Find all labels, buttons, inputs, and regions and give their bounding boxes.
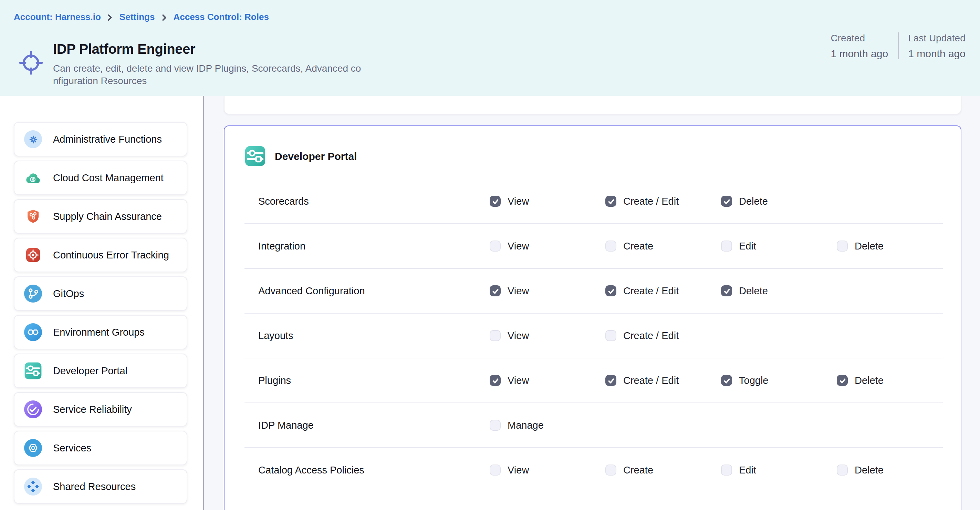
checkbox-edit[interactable] <box>721 464 732 475</box>
checkbox-label: Delete <box>739 196 768 207</box>
checkbox-delete[interactable] <box>837 464 848 475</box>
permission-cell: View <box>490 285 605 296</box>
checkbox-delete[interactable] <box>837 241 848 252</box>
sidebar-item-developer-portal[interactable]: Developer Portal <box>14 354 187 388</box>
service-hexagon-icon <box>24 439 42 457</box>
checkbox-manage[interactable] <box>490 420 501 431</box>
checkbox-view[interactable] <box>490 330 501 341</box>
crosshair-target-icon <box>17 49 45 76</box>
sidebar-item-label: Environment Groups <box>53 327 145 338</box>
breadcrumb-settings-link[interactable]: Settings <box>119 12 155 22</box>
checkbox-label: Edit <box>739 241 756 252</box>
checkbox-view[interactable] <box>490 196 501 207</box>
checkbox-view[interactable] <box>490 375 501 386</box>
permission-cell: Create / Edit <box>605 196 721 207</box>
chevron-right-icon <box>161 14 167 20</box>
role-page-header: Account: Harness.io Settings Access Cont… <box>0 0 980 96</box>
permission-row-label: Layouts <box>258 330 490 341</box>
checkbox-label: View <box>508 464 529 475</box>
checkbox-create-edit[interactable] <box>605 375 616 386</box>
developer-portal-sliders-icon <box>245 145 266 167</box>
cloud-dollar-icon: $ <box>24 169 42 187</box>
permission-cell: View <box>490 196 605 207</box>
sidebar-item-services[interactable]: Services <box>14 431 187 465</box>
sidebar-item-label: GitOps <box>53 288 84 299</box>
permission-cell: Edit <box>721 241 837 252</box>
sidebar-item-label: Supply Chain Assurance <box>53 211 162 222</box>
permission-cell: Delete <box>721 285 837 296</box>
checkbox-create-edit[interactable] <box>605 196 616 207</box>
breadcrumb-account-link[interactable]: Account: Harness.io <box>14 12 101 22</box>
checkbox-edit[interactable] <box>721 241 732 252</box>
checkbox-create[interactable] <box>605 241 616 252</box>
created-value: 1 month ago <box>830 48 888 59</box>
gear-icon <box>24 130 42 148</box>
sidebar-item-administrative-functions[interactable]: Administrative Functions <box>14 122 187 156</box>
permission-row-label: Advanced Configuration <box>258 285 490 296</box>
checkbox-label: View <box>508 375 529 386</box>
checkbox-label: Manage <box>508 420 544 431</box>
permission-row-scorecards: Scorecards View Create / Edit Delete <box>224 179 961 223</box>
checkbox-delete[interactable] <box>721 285 732 296</box>
sidebar-item-label: Services <box>53 443 91 454</box>
previous-section-card-bottom <box>224 96 961 115</box>
sidebar-item-continuous-error-tracking[interactable]: Continuous Error Tracking <box>14 238 187 272</box>
checkbox-create-edit[interactable] <box>605 330 616 341</box>
checkbox-create[interactable] <box>605 464 616 475</box>
checkbox-delete[interactable] <box>837 375 848 386</box>
permission-row-label: IDP Manage <box>258 420 490 431</box>
sidebar-item-label: Administrative Functions <box>53 134 162 145</box>
checkbox-view[interactable] <box>490 464 501 475</box>
sidebar-item-label: Service Reliability <box>53 404 132 415</box>
breadcrumb: Account: Harness.io Settings Access Cont… <box>14 12 269 22</box>
checkbox-view[interactable] <box>490 285 501 296</box>
permission-cell: Delete <box>837 464 953 475</box>
checkbox-label: Create <box>623 241 653 252</box>
sidebar-item-supply-chain-assurance[interactable]: Supply Chain Assurance <box>14 199 187 234</box>
developer-portal-sliders-icon <box>24 362 42 380</box>
created-label: Created <box>830 32 888 43</box>
permission-cell: Toggle <box>721 375 837 386</box>
checkbox-label: Delete <box>739 285 768 296</box>
breadcrumb-roles-link[interactable]: Access Control: Roles <box>173 12 269 22</box>
page-title: IDP Platform Engineer <box>53 41 195 57</box>
checkbox-label: Delete <box>855 375 884 386</box>
checkbox-label: Create / Edit <box>623 375 679 386</box>
sidebar-item-service-reliability[interactable]: Service Reliability <box>14 392 187 427</box>
sidebar-item-label: Developer Portal <box>53 365 127 376</box>
checkbox-label: Create / Edit <box>623 196 679 207</box>
created-meta: Created 1 month ago <box>830 32 888 59</box>
chevron-right-icon <box>107 14 113 20</box>
checkbox-label: Edit <box>739 464 756 475</box>
shield-network-icon <box>24 207 42 225</box>
checkbox-delete[interactable] <box>721 196 732 207</box>
permission-cell: Delete <box>837 375 953 386</box>
checkbox-label: View <box>508 330 529 341</box>
content-area: Administrative Functions $ Cloud Cost Ma… <box>0 96 980 510</box>
permission-row-idp-manage: IDP Manage Manage <box>224 403 961 447</box>
sidebar-item-cloud-cost-management[interactable]: $ Cloud Cost Management <box>14 161 187 195</box>
sidebar-item-label: Shared Resources <box>53 481 136 492</box>
permission-row-label: Catalog Access Policies <box>258 464 490 475</box>
sidebar-item-shared-resources[interactable]: Shared Resources <box>14 469 187 504</box>
permission-cell: Create / Edit <box>605 285 721 296</box>
checkbox-label: Toggle <box>739 375 768 386</box>
permission-cell: Create / Edit <box>605 375 721 386</box>
svg-text:$: $ <box>31 177 34 182</box>
checkbox-label: Create <box>623 464 653 475</box>
checkbox-label: View <box>508 241 529 252</box>
permission-row-integration: Integration View Create Edit <box>224 224 961 268</box>
permission-cell: View <box>490 375 605 386</box>
permission-row-label: Integration <box>258 241 490 252</box>
sidebar-item-gitops[interactable]: GitOps <box>14 276 187 311</box>
last-updated-label: Last Updated <box>908 32 966 43</box>
checkbox-create-edit[interactable] <box>605 285 616 296</box>
permission-cell: View <box>490 241 605 252</box>
last-updated-value: 1 month ago <box>908 48 966 59</box>
permission-cell: Delete <box>721 196 837 207</box>
checkbox-toggle[interactable] <box>721 375 732 386</box>
shared-diamonds-icon <box>24 478 42 496</box>
sidebar-item-environment-groups[interactable]: Environment Groups <box>14 315 187 349</box>
app-viewport: Account: Harness.io Settings Access Cont… <box>0 0 980 510</box>
checkbox-view[interactable] <box>490 241 501 252</box>
